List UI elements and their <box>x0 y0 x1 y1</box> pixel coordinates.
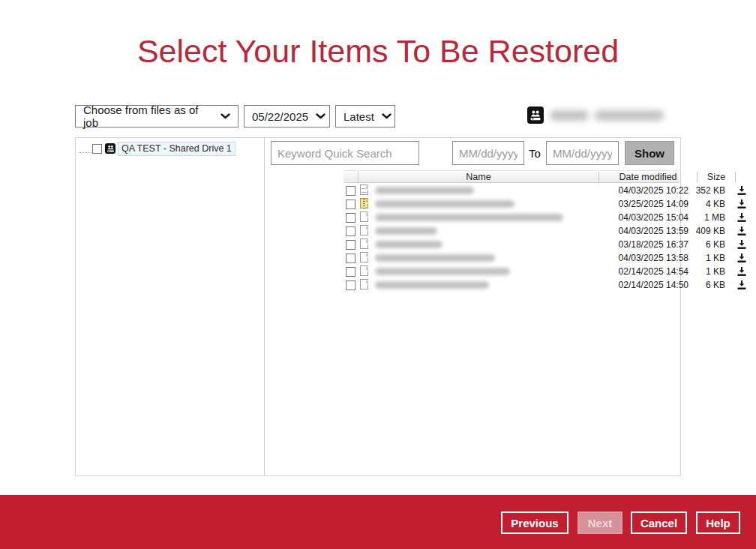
tree-node-root[interactable]: QA TEST - Shared Drive 1 <box>76 142 265 156</box>
date-from-input[interactable] <box>452 141 524 165</box>
job-time-dropdown-value: Latest <box>344 110 374 123</box>
file-row[interactable]: 04/03/2025 13:58 1 KB <box>344 251 680 265</box>
tree-connector-line <box>79 152 92 153</box>
file-row-checkbox[interactable] <box>346 240 356 250</box>
file-size: 352 KB <box>646 185 725 196</box>
redacted-account-text <box>595 110 664 121</box>
file-row-checkbox[interactable] <box>346 280 356 290</box>
download-icon[interactable] <box>736 212 747 223</box>
file-row[interactable]: 04/03/2025 10:22 352 KB <box>344 184 680 197</box>
file-table-header: Name Date modified Size <box>344 170 680 183</box>
file-row-checkbox[interactable] <box>346 186 356 196</box>
help-button[interactable]: Help <box>696 512 740 534</box>
folder-tree-pane: QA TEST - Shared Drive 1 <box>76 138 265 476</box>
job-date-dropdown[interactable]: 05/22/2025 <box>244 105 330 128</box>
chevron-down-icon <box>220 113 230 119</box>
file-row[interactable]: 04/03/2025 13:59 409 KB <box>344 224 680 238</box>
file-row-checkbox[interactable] <box>346 226 356 236</box>
backup-set-info <box>527 106 664 124</box>
file-row-checkbox[interactable] <box>346 213 356 223</box>
file-icon <box>360 266 368 276</box>
shared-drive-icon <box>527 106 544 124</box>
job-time-dropdown[interactable]: Latest <box>335 105 395 128</box>
file-icon <box>360 238 368 249</box>
file-row[interactable]: 02/14/2025 14:54 1 KB <box>344 265 680 278</box>
download-icon[interactable] <box>736 199 747 209</box>
column-header-size[interactable]: Size <box>698 172 735 182</box>
cancel-button[interactable]: Cancel <box>631 512 687 534</box>
file-icon <box>360 252 368 262</box>
download-icon[interactable] <box>736 239 747 250</box>
redacted-file-name <box>375 254 495 262</box>
column-header-date-modified[interactable]: Date modified <box>599 172 697 182</box>
file-size: 1 MB <box>646 212 725 223</box>
chevron-down-icon <box>382 113 392 119</box>
redacted-file-name <box>375 281 489 289</box>
download-icon[interactable] <box>736 253 747 263</box>
footer-bar: PreviousNextCancelHelp <box>0 495 756 549</box>
file-row-checkbox[interactable] <box>346 200 356 209</box>
redacted-file-name <box>375 214 563 221</box>
chevron-down-icon <box>316 113 326 119</box>
file-row[interactable]: 03/18/2025 16:37 6 KB <box>344 238 680 251</box>
file-size: 6 KB <box>646 280 725 290</box>
redacted-file-name <box>375 187 474 194</box>
file-row-checkbox[interactable] <box>346 267 356 277</box>
job-mode-dropdown[interactable]: Choose from files as of job <box>75 105 238 128</box>
file-row[interactable]: 02/14/2025 14:50 6 KB <box>344 278 680 292</box>
shared-drive-icon <box>105 143 116 154</box>
show-button[interactable]: Show <box>625 141 674 165</box>
file-icon <box>360 279 368 290</box>
job-date-dropdown-value: 05/22/2025 <box>252 110 308 123</box>
tree-node-checkbox[interactable] <box>92 144 102 154</box>
download-icon[interactable] <box>736 266 747 277</box>
redacted-file-name <box>375 241 442 248</box>
zip-file-icon <box>360 198 368 208</box>
download-icon[interactable] <box>736 280 747 290</box>
text-file-icon <box>360 184 368 195</box>
redacted-file-name <box>375 200 514 208</box>
redacted-file-name <box>375 268 510 275</box>
file-size: 6 KB <box>646 239 725 250</box>
file-size: 1 KB <box>646 253 725 263</box>
redacted-file-name <box>375 227 437 235</box>
to-label: To <box>529 147 541 160</box>
download-icon[interactable] <box>736 226 747 236</box>
file-icon <box>360 225 368 236</box>
file-size: 4 KB <box>646 199 725 209</box>
redacted-account-text <box>550 110 589 121</box>
tree-node-label[interactable]: QA TEST - Shared Drive 1 <box>118 142 236 156</box>
date-to-input[interactable] <box>546 141 619 165</box>
file-icon <box>360 212 368 222</box>
previous-button[interactable]: Previous <box>501 512 568 534</box>
search-input[interactable] <box>271 141 419 165</box>
job-mode-dropdown-value: Choose from files as of job <box>83 104 213 129</box>
file-size: 1 KB <box>646 266 725 277</box>
next-button: Next <box>578 512 622 534</box>
file-row[interactable]: 03/25/2025 14:09 4 KB <box>344 197 680 211</box>
file-row[interactable]: 04/03/2025 15:04 1 MB <box>344 211 680 224</box>
download-icon[interactable] <box>736 185 747 196</box>
page-title: Select Your Items To Be Restored <box>0 33 756 70</box>
column-header-name[interactable]: Name <box>358 172 598 182</box>
restore-browser-panel: QA TEST - Shared Drive 1 To Show Name Da… <box>75 137 681 476</box>
file-size: 409 KB <box>646 226 725 236</box>
file-row-checkbox[interactable] <box>346 254 356 263</box>
